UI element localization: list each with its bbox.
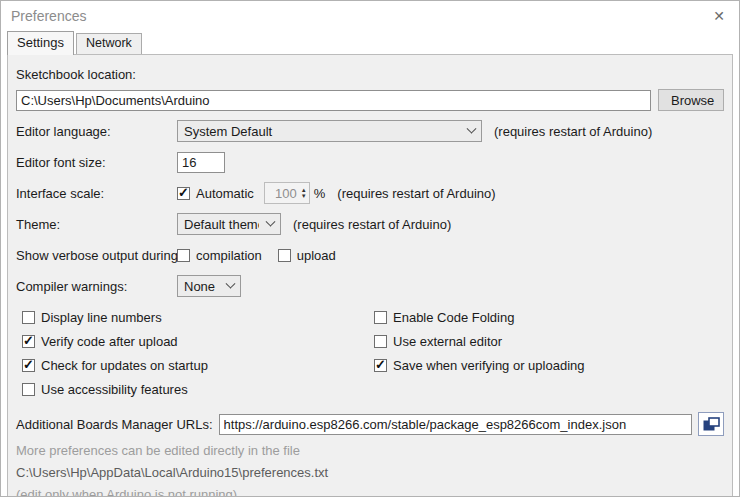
checkbox-unchecked-icon [22, 311, 35, 324]
boards-manager-urls-button[interactable] [698, 412, 724, 436]
editor-language-value: System Default [184, 124, 460, 139]
sketchbook-location-input[interactable] [16, 90, 651, 111]
compiler-warnings-label: Compiler warnings: [16, 279, 177, 294]
verbose-compilation-checkbox[interactable]: compilation [177, 248, 262, 263]
window-title: Preferences [1, 8, 86, 24]
use-accessibility-features-label: Use accessibility features [41, 382, 188, 397]
boards-manager-urls-input[interactable] [219, 414, 692, 435]
save-when-verifying-label: Save when verifying or uploading [393, 358, 585, 373]
checkbox-unchecked-icon [278, 249, 291, 262]
compiler-warnings-row: Compiler warnings: None [16, 275, 724, 297]
verbose-compilation-label: compilation [196, 248, 262, 263]
interface-scale-unit: % [314, 186, 326, 201]
tab-settings[interactable]: Settings [7, 31, 74, 55]
checkbox-unchecked-icon [22, 383, 35, 396]
check-for-updates-checkbox[interactable]: Check for updates on startup [22, 358, 208, 373]
more-preferences-note: More preferences can be edited directly … [16, 443, 724, 458]
boards-manager-row: Additional Boards Manager URLs: [16, 412, 724, 436]
theme-value: Default theme [184, 217, 259, 232]
spinner-arrows-icon[interactable]: ▲▼ [299, 187, 309, 199]
editor-language-label: Editor language: [16, 124, 177, 139]
checkbox-checked-icon [374, 359, 387, 372]
options-checkbox-grid: Display line numbers Enable Code Folding… [22, 310, 724, 399]
verify-code-after-upload-label: Verify code after upload [41, 334, 178, 349]
edit-warning-note: (edit only when Arduino is not running) [16, 487, 724, 497]
use-external-editor-label: Use external editor [393, 334, 502, 349]
interface-scale-hint: (requires restart of Arduino) [337, 186, 495, 201]
checkbox-checked-icon [22, 359, 35, 372]
interface-scale-spinner[interactable]: 100 ▲▼ [264, 182, 310, 204]
verify-code-after-upload-checkbox[interactable]: Verify code after upload [22, 334, 178, 349]
chevron-down-icon [266, 216, 276, 226]
verbose-upload-checkbox[interactable]: upload [278, 248, 336, 263]
sketchbook-row: Browse [16, 89, 724, 111]
preferences-dialog: Preferences ✕ Settings Network Sketchboo… [0, 0, 740, 497]
settings-panel: Sketchbook location: Browse Editor langu… [7, 54, 733, 497]
automatic-scale-checkbox[interactable]: Automatic [177, 186, 254, 201]
sketchbook-location-label: Sketchbook location: [16, 67, 724, 82]
browse-button[interactable]: Browse [658, 89, 724, 111]
tab-network[interactable]: Network [76, 33, 142, 54]
checkbox-unchecked-icon [374, 335, 387, 348]
preferences-file-path: C:\Users\Hp\AppData\Local\Arduino15\pref… [16, 465, 724, 480]
interface-scale-row: Interface scale: Automatic 100 ▲▼ % (req… [16, 182, 724, 204]
display-line-numbers-checkbox[interactable]: Display line numbers [22, 310, 162, 325]
checkbox-checked-icon [22, 335, 35, 348]
editor-language-hint: (requires restart of Arduino) [494, 124, 652, 139]
save-when-verifying-checkbox[interactable]: Save when verifying or uploading [374, 358, 585, 373]
editor-language-row: Editor language: System Default (require… [16, 120, 724, 142]
title-bar: Preferences ✕ [1, 1, 739, 31]
editor-language-select[interactable]: System Default [177, 120, 482, 142]
use-accessibility-features-checkbox[interactable]: Use accessibility features [22, 382, 188, 397]
display-line-numbers-label: Display line numbers [41, 310, 162, 325]
tab-strip: Settings Network [1, 31, 739, 54]
compiler-warnings-select[interactable]: None [177, 275, 241, 297]
enable-code-folding-label: Enable Code Folding [393, 310, 514, 325]
checkbox-checked-icon [177, 187, 190, 200]
boards-manager-label: Additional Boards Manager URLs: [16, 417, 213, 432]
verbose-upload-label: upload [297, 248, 336, 263]
interface-scale-value: 100 [265, 186, 299, 201]
theme-select[interactable]: Default theme [177, 213, 281, 235]
chevron-down-icon [467, 123, 477, 133]
checkbox-unchecked-icon [374, 311, 387, 324]
use-external-editor-checkbox[interactable]: Use external editor [374, 334, 502, 349]
enable-code-folding-checkbox[interactable]: Enable Code Folding [374, 310, 514, 325]
editor-font-size-label: Editor font size: [16, 155, 177, 170]
editor-font-size-row: Editor font size: [16, 151, 724, 173]
new-window-icon [703, 417, 720, 432]
interface-scale-label: Interface scale: [16, 186, 177, 201]
verbose-output-label: Show verbose output during: [16, 248, 177, 263]
verbose-output-row: Show verbose output during: compilation … [16, 244, 724, 266]
check-for-updates-label: Check for updates on startup [41, 358, 208, 373]
checkbox-unchecked-icon [177, 249, 190, 262]
close-icon[interactable]: ✕ [699, 8, 739, 24]
editor-font-size-input[interactable] [177, 152, 225, 173]
theme-hint: (requires restart of Arduino) [293, 217, 451, 232]
compiler-warnings-value: None [184, 279, 219, 294]
automatic-scale-checkbox-label: Automatic [196, 186, 254, 201]
chevron-down-icon [226, 278, 236, 288]
theme-row: Theme: Default theme (requires restart o… [16, 213, 724, 235]
theme-label: Theme: [16, 217, 177, 232]
